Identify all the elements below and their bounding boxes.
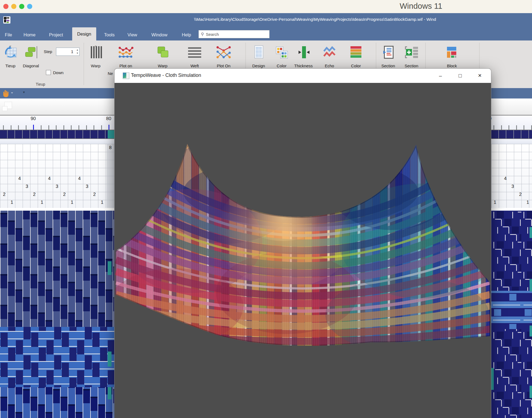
close-traffic-light-icon[interactable] bbox=[3, 4, 8, 9]
menu-item-file[interactable]: File bbox=[2, 29, 15, 40]
ruler-tick bbox=[86, 125, 87, 130]
chevron-down-icon[interactable]: ⌄ bbox=[10, 90, 14, 94]
section-doc-icon bbox=[381, 43, 395, 61]
menu-item-design[interactable]: Design bbox=[72, 27, 96, 40]
screen: Windows 11 \\Mac\Home\Library\CloudStora… bbox=[0, 0, 532, 418]
warp-green-icon bbox=[156, 43, 170, 61]
threading-number: 1 bbox=[38, 200, 46, 205]
ruler-tick bbox=[56, 125, 57, 130]
ruler-tick bbox=[33, 125, 34, 130]
ruler-tick bbox=[11, 125, 11, 130]
threading-grid[interactable] bbox=[491, 144, 532, 208]
design-doc-icon bbox=[252, 43, 266, 61]
warp-button[interactable]: Warp ⌄ bbox=[83, 43, 109, 73]
search-icon: ⚲ bbox=[201, 32, 204, 37]
plot-lines-icon bbox=[118, 43, 133, 61]
ruler-number: 80 bbox=[106, 116, 111, 121]
threading-number: 1 bbox=[8, 200, 16, 205]
section-add-icon bbox=[404, 43, 419, 61]
teal-warp-accent bbox=[530, 386, 532, 398]
threading-number: 4 bbox=[502, 176, 509, 181]
step-down-icon[interactable]: ▼ bbox=[76, 52, 78, 54]
threading-number: 4 bbox=[46, 176, 53, 181]
draft-strip-right: 014321 bbox=[491, 115, 532, 418]
ruler-tick bbox=[63, 125, 64, 130]
menu-item-tools[interactable]: Tools bbox=[102, 29, 117, 40]
threading-number: 8 bbox=[107, 145, 114, 150]
white-square-icon bbox=[2, 106, 7, 111]
drawdown-right[interactable] bbox=[491, 211, 532, 418]
fabric-warp-stripe bbox=[124, 110, 126, 356]
cloth-fabric bbox=[115, 83, 491, 418]
threading-number: 4 bbox=[16, 176, 23, 181]
ruler-tick bbox=[48, 125, 49, 130]
weave-section bbox=[0, 211, 114, 327]
menu-item-help[interactable]: Help bbox=[180, 29, 193, 40]
weave-section bbox=[491, 329, 532, 418]
draft-strip-left: 9080214321432143218 bbox=[0, 115, 114, 418]
teal-warp-accent bbox=[108, 261, 112, 275]
echo-icon bbox=[322, 43, 337, 61]
app-titlebar: \\Mac\Home\Library\CloudStorage\OneDrive… bbox=[0, 13, 532, 40]
menu-item-home[interactable]: Home bbox=[22, 29, 37, 40]
threading-number: 2 bbox=[1, 192, 8, 197]
threading-number: 2 bbox=[517, 192, 524, 197]
warp-colorbar[interactable] bbox=[491, 130, 532, 139]
teal-warp-accent bbox=[108, 387, 112, 399]
chevron-down-icon[interactable]: ⌄ bbox=[94, 43, 97, 47]
dropdown-arrow-icon[interactable]: ▼ bbox=[22, 91, 25, 94]
ruler-tick bbox=[508, 125, 509, 130]
diagonal-icon bbox=[24, 43, 38, 61]
weave-section bbox=[0, 387, 114, 418]
threading-number: 4 bbox=[76, 176, 83, 181]
warp-colorbar[interactable] bbox=[0, 130, 114, 139]
warp-ruler[interactable]: 0 bbox=[491, 115, 532, 130]
ruler-number: 90 bbox=[31, 116, 36, 121]
ruler-tick bbox=[26, 125, 27, 130]
fabric-warp-stripe bbox=[131, 110, 138, 356]
threading-number: 3 bbox=[83, 184, 91, 189]
sim-window-icon bbox=[123, 72, 129, 79]
menu-item-project[interactable]: Project bbox=[47, 29, 65, 40]
minimize-button[interactable]: – bbox=[431, 69, 450, 83]
down-checkbox[interactable] bbox=[46, 70, 51, 75]
close-button[interactable]: ✕ bbox=[470, 69, 489, 83]
fabric-warp-stripe bbox=[116, 110, 123, 356]
teal-warp-accent bbox=[491, 368, 494, 390]
ruler-tick bbox=[516, 125, 517, 130]
chevron-down-icon[interactable]: ⌄ bbox=[9, 43, 12, 47]
sim-window-titlebar[interactable]: TempoWeave - Cloth Simulation – □ ✕ bbox=[115, 69, 491, 83]
drawdown-left[interactable] bbox=[0, 211, 114, 418]
hand-tool-icon[interactable] bbox=[2, 89, 9, 97]
drawdown-weave bbox=[0, 211, 114, 418]
draft-gap bbox=[0, 208, 114, 211]
threading-number: 1 bbox=[68, 200, 76, 205]
minimize-traffic-light-icon[interactable] bbox=[11, 4, 16, 9]
search-input[interactable]: ⚲ Search bbox=[198, 30, 270, 38]
maximize-button[interactable]: □ bbox=[451, 69, 470, 83]
fullscreen-traffic-light-icon[interactable] bbox=[27, 4, 32, 9]
warp-ruler[interactable]: 9080 bbox=[0, 115, 114, 130]
threading-number: 1 bbox=[524, 200, 531, 205]
threading-number: 3 bbox=[23, 184, 31, 189]
threading-number: 1 bbox=[98, 200, 106, 205]
spacer-row bbox=[491, 139, 532, 144]
color-swatch-icon bbox=[274, 43, 289, 61]
ruler-tick bbox=[524, 125, 524, 130]
menu-item-view[interactable]: View bbox=[125, 29, 139, 40]
down-label: Down bbox=[53, 70, 63, 75]
zoom-traffic-light-icon[interactable] bbox=[19, 4, 24, 9]
mac-window-bar: Windows 11 bbox=[0, 0, 532, 13]
step-up-icon[interactable]: ▲ bbox=[76, 49, 78, 51]
ruler-tick bbox=[3, 125, 4, 130]
threading-number: 2 bbox=[91, 192, 98, 197]
sim-viewport[interactable] bbox=[115, 83, 491, 418]
step-spinner[interactable]: 1 ▲ ▼ bbox=[56, 48, 80, 56]
ruler-tick bbox=[18, 125, 19, 130]
cloth-simulation-window[interactable]: TempoWeave - Cloth Simulation – □ ✕ bbox=[114, 68, 491, 418]
diagonal-button[interactable]: Diagonal bbox=[18, 43, 44, 73]
menu-item-window[interactable]: Window bbox=[150, 29, 169, 40]
warp-color-cell-teal[interactable] bbox=[108, 130, 114, 138]
ruler-tick bbox=[501, 125, 502, 130]
tieup-group-label: Tieup bbox=[24, 82, 57, 86]
